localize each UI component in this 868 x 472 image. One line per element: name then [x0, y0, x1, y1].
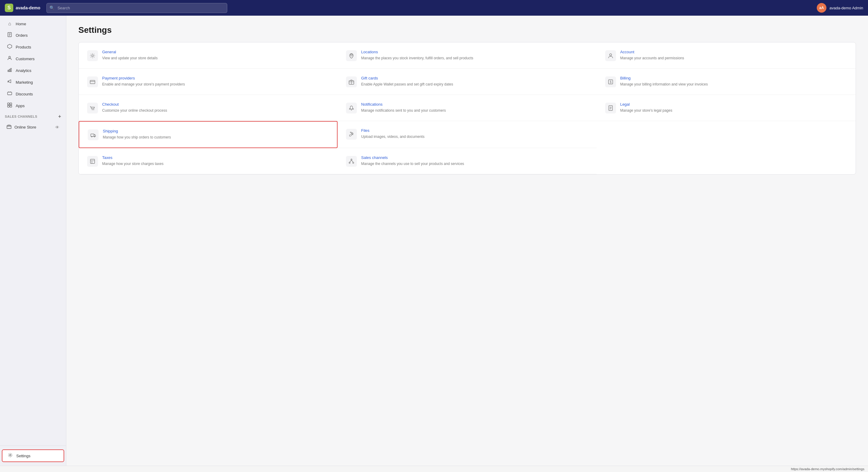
settings-item-account[interactable]: AccountManage your accounts and permissi… [597, 42, 856, 69]
locations-text: LocationsManage the places you stock inv… [361, 50, 588, 61]
svg-point-42 [351, 159, 352, 160]
billing-text: BillingManage your billing information a… [620, 76, 847, 87]
general-icon [87, 50, 98, 61]
sales-channels-icon [346, 156, 357, 167]
settings-item-shipping[interactable]: ShippingManage how you ship orders to cu… [79, 121, 338, 148]
sidebar-label-marketing: Marketing [16, 80, 33, 85]
avatar[interactable]: aA [817, 3, 827, 13]
settings-item-files[interactable]: FilesUpload images, videos, and document… [338, 121, 596, 148]
checkout-icon [87, 103, 98, 113]
sidebar-item-apps[interactable]: Apps [2, 100, 64, 111]
files-icon [346, 129, 357, 140]
sidebar-item-discounts[interactable]: Discounts [2, 88, 64, 100]
page-title: Settings [79, 25, 856, 35]
sidebar-label-products: Products [16, 45, 31, 49]
settings-grid: GeneralView and update your store detail… [79, 42, 856, 174]
svg-rect-35 [91, 134, 94, 136]
discounts-icon [7, 91, 13, 97]
sidebar-item-customers[interactable]: Customers [2, 53, 64, 64]
sidebar-item-orders[interactable]: Orders [2, 30, 64, 41]
add-sales-channel-button[interactable]: + [58, 114, 61, 119]
taxes-icon [87, 156, 98, 167]
svg-point-29 [92, 109, 93, 110]
shopify-icon: S [5, 4, 13, 12]
home-icon: ⌂ [7, 21, 13, 27]
settings-item-checkout[interactable]: CheckoutCustomize your online checkout p… [79, 95, 338, 121]
sidebar-item-online-store[interactable]: Online Store 👁 [2, 122, 64, 133]
online-store-left: Online Store [7, 124, 36, 130]
svg-rect-9 [7, 92, 12, 95]
settings-item-taxes[interactable]: TaxesManage how your store charges taxes [79, 148, 338, 174]
notifications-text: NotificationsManage notifications sent t… [361, 102, 588, 113]
apps-icon [7, 103, 13, 109]
legal-desc: Manage your store's legal pages [620, 108, 847, 113]
sales-channels-title: Sales channels [361, 155, 588, 160]
sidebar-label-apps: Apps [16, 104, 25, 108]
online-store-icon [7, 124, 11, 130]
sidebar-bottom: Settings [0, 445, 66, 466]
sidebar-item-marketing[interactable]: Marketing [2, 76, 64, 88]
svg-rect-16 [7, 126, 11, 129]
sales-channels-divider: SALES CHANNELS + [5, 114, 61, 119]
settings-card: GeneralView and update your store detail… [79, 42, 856, 175]
online-store-label: Online Store [14, 125, 36, 129]
settings-item-gift-cards[interactable]: Gift cardsEnable Apple Wallet passes and… [338, 69, 596, 95]
settings-item-general[interactable]: GeneralView and update your store detail… [79, 42, 338, 69]
gift-cards-title: Gift cards [361, 76, 588, 80]
payment-providers-desc: Enable and manage your store's payment p… [102, 81, 329, 87]
svg-point-44 [352, 162, 354, 164]
svg-line-45 [350, 160, 351, 162]
svg-point-20 [610, 54, 612, 56]
taxes-desc: Manage how your store charges taxes [102, 161, 329, 166]
account-title: Account [620, 50, 847, 54]
account-icon [605, 50, 616, 61]
status-bar: https://avada-demo.myshopify.com/admin/s… [0, 466, 868, 472]
sidebar-label-analytics: Analytics [16, 68, 31, 73]
notifications-icon [346, 103, 357, 113]
top-navigation: S avada-demo 🔍 aA avada-demo Admin [0, 0, 868, 15]
svg-point-37 [94, 136, 95, 137]
svg-rect-6 [8, 70, 9, 72]
settings-item-notifications[interactable]: NotificationsManage notifications sent t… [338, 95, 596, 121]
settings-item-locations[interactable]: LocationsManage the places you stock inv… [338, 42, 596, 69]
svg-rect-39 [90, 159, 95, 164]
sales-channels-label: SALES CHANNELS [5, 115, 37, 118]
svg-line-46 [351, 160, 353, 162]
customers-icon [7, 56, 13, 62]
files-title: Files [361, 128, 588, 133]
general-desc: View and update your store details [102, 56, 329, 61]
svg-rect-14 [7, 105, 9, 107]
settings-item-empty [597, 121, 856, 148]
payment-providers-title: Payment providers [102, 76, 329, 80]
sidebar-item-home[interactable]: ⌂ Home [2, 19, 64, 29]
svg-marker-4 [7, 44, 12, 48]
sidebar-label-discounts: Discounts [16, 92, 33, 96]
svg-rect-7 [9, 69, 10, 72]
settings-icon [7, 453, 13, 459]
svg-point-19 [350, 54, 352, 56]
settings-item-sales-channels[interactable]: Sales channelsManage the channels you us… [338, 148, 596, 174]
settings-item-legal[interactable]: LegalManage your store's legal pages [597, 95, 856, 121]
gift-cards-icon [346, 76, 357, 87]
shipping-text: ShippingManage how you ship orders to cu… [103, 129, 329, 140]
locations-desc: Manage the places you stock inventory, f… [361, 56, 588, 61]
search-input[interactable] [46, 3, 227, 13]
sidebar-item-analytics[interactable]: Analytics [2, 65, 64, 76]
svg-point-18 [92, 55, 93, 57]
main-content: Settings GeneralView and update your sto… [66, 15, 868, 466]
billing-icon: $ [605, 76, 616, 87]
store-logo[interactable]: S avada-demo [5, 4, 40, 12]
sales-channels-desc: Manage the channels you use to sell your… [361, 161, 588, 166]
legal-icon [605, 103, 616, 113]
sidebar-item-settings[interactable]: Settings [2, 449, 64, 462]
sidebar-item-products[interactable]: Products [2, 41, 64, 53]
settings-item-billing[interactable]: $BillingManage your billing information … [597, 69, 856, 95]
gift-cards-desc: Enable Apple Wallet passes and set gift … [361, 81, 588, 87]
svg-text:$: $ [610, 80, 612, 84]
settings-item-payment-providers[interactable]: Payment providersEnable and manage your … [79, 69, 338, 95]
sidebar-label-orders: Orders [16, 33, 28, 38]
products-icon [7, 44, 13, 50]
account-desc: Manage your accounts and permissions [620, 56, 847, 61]
notifications-desc: Manage notifications sent to you and you… [361, 108, 588, 113]
svg-rect-12 [7, 103, 9, 105]
